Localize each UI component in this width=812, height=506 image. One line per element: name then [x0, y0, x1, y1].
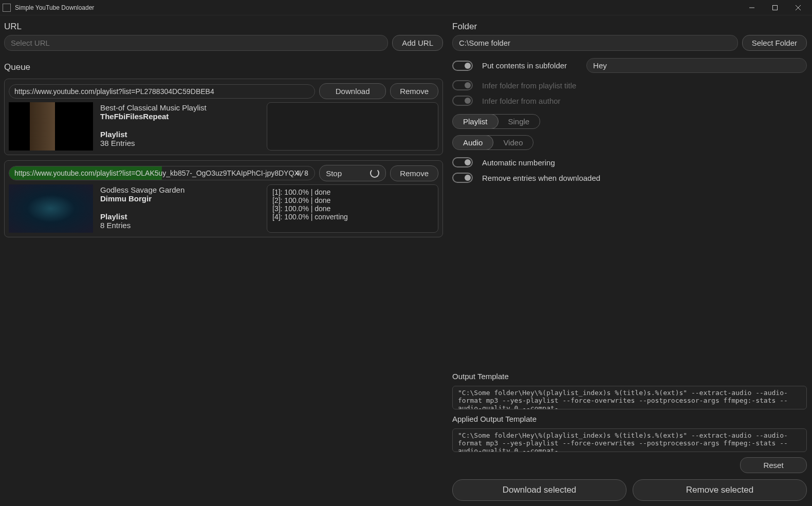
template-label: Output Template	[452, 372, 807, 381]
window-title: Simple YouTube Downloader	[15, 4, 740, 11]
remove-done-label: Remove entries when downloaded	[482, 174, 600, 182]
thumbnail	[9, 184, 93, 233]
add-url-button[interactable]: Add URL	[392, 35, 443, 51]
applied-template-label: Applied Output Template	[452, 415, 807, 423]
spinner-icon	[370, 168, 379, 178]
template-value[interactable]: "C:\Some folder\Hey\%(playlist_index)s %…	[452, 386, 807, 409]
select-folder-button[interactable]: Select Folder	[742, 35, 807, 51]
url-input[interactable]	[4, 35, 388, 51]
remove-done-toggle[interactable]	[452, 173, 473, 183]
log-box	[267, 102, 438, 151]
infer-author-toggle[interactable]	[452, 96, 473, 106]
item-author: Dimmu Borgir	[100, 194, 260, 203]
item-entries: 38 Entries	[100, 139, 260, 147]
item-type: Playlist	[100, 130, 260, 139]
progress-count: 4/8	[296, 169, 308, 177]
autonum-toggle[interactable]	[452, 157, 473, 167]
folder-label: Folder	[452, 22, 807, 32]
maximize-button[interactable]	[763, 0, 786, 15]
item-entries: 8 Entries	[100, 221, 260, 230]
queue-item: https://www.youtube.com/playlist?list=PL…	[4, 79, 443, 155]
pill-video[interactable]: Video	[493, 136, 533, 149]
pill-audio[interactable]: Audio	[452, 135, 493, 150]
item-type: Playlist	[100, 212, 260, 221]
item-author: TheFbiFilesRepeat	[100, 112, 260, 121]
infer-playlist-toggle[interactable]	[452, 80, 473, 90]
folder-input[interactable]	[452, 35, 738, 51]
item-title: Best-of Classical Music Playlist	[100, 103, 260, 112]
reset-button[interactable]: Reset	[740, 457, 807, 473]
queue-list: https://www.youtube.com/playlist?list=PL…	[4, 79, 443, 502]
stop-button[interactable]: Stop	[319, 165, 386, 181]
download-selected-button[interactable]: Download selected	[452, 479, 626, 501]
queue-url: https://www.youtube.com/playlist?list=PL…	[9, 84, 315, 99]
infer-author-label: Infer folder from author	[482, 97, 561, 105]
subfolder-toggle[interactable]	[452, 61, 473, 71]
download-button[interactable]: Download	[319, 83, 386, 99]
infer-playlist-label: Infer folder from playlist title	[482, 81, 576, 90]
svg-rect-1	[772, 5, 777, 10]
remove-selected-button[interactable]: Remove selected	[633, 479, 807, 501]
queue-url: https://www.youtube.com/playlist?list=OL…	[9, 166, 315, 180]
pill-playlist[interactable]: Playlist	[452, 114, 499, 129]
remove-button[interactable]: Remove	[390, 83, 438, 99]
mode-playlist-group: Playlist Single	[452, 114, 540, 129]
autonum-label: Automatic numbering	[482, 158, 555, 167]
app-icon	[3, 4, 11, 12]
pill-single[interactable]: Single	[498, 115, 540, 128]
titlebar: Simple YouTube Downloader	[0, 0, 812, 15]
item-title: Godless Savage Garden	[100, 185, 260, 194]
subfolder-label: Put contents in subfolder	[482, 61, 567, 70]
close-button[interactable]	[786, 0, 809, 15]
url-label: URL	[4, 22, 443, 32]
thumbnail	[9, 102, 93, 151]
mode-av-group: Audio Video	[452, 135, 533, 150]
applied-template-value: "C:\Some folder\Hey\%(playlist_index)s %…	[452, 428, 807, 452]
subfolder-input[interactable]	[586, 58, 807, 73]
queue-item: https://www.youtube.com/playlist?list=OL…	[4, 160, 443, 237]
log-box: [1]: 100.0% | done [2]: 100.0% | done [3…	[267, 184, 438, 233]
minimize-button[interactable]	[740, 0, 763, 15]
remove-button[interactable]: Remove	[390, 165, 438, 181]
queue-label: Queue	[4, 62, 443, 72]
